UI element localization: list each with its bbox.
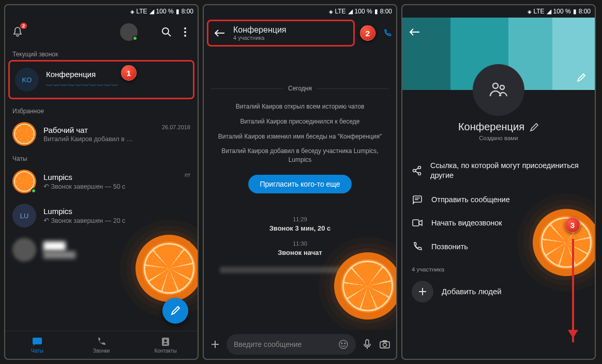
group-avatar[interactable]: [473, 64, 524, 116]
section-current-call: Текущий звонок: [5, 47, 198, 60]
day-separator: Сегодня: [211, 85, 389, 92]
add-people-label: Добавить людей: [442, 287, 502, 296]
menu-label: Отправить сообщение: [431, 195, 510, 204]
lte-label: LTE: [136, 8, 147, 15]
clock: 8:00: [182, 8, 193, 15]
menu-label: Начать видеозвонок: [431, 219, 502, 227]
share-icon: [412, 165, 422, 176]
current-call-row[interactable]: KO Конференция 〰〰〰〰〰〰〰〰〰〰: [8, 60, 194, 99]
notifications-badge: 2: [20, 23, 27, 29]
blurred-message: [220, 267, 380, 273]
phone-icon: [412, 241, 423, 252]
section-favorites: Избранное: [5, 103, 198, 117]
message-input[interactable]: Введите сообщение: [227, 334, 356, 355]
svg-rect-18: [413, 196, 422, 202]
chat-row-blurred[interactable]: ████ ███████ 8: [5, 233, 198, 267]
search-button[interactable]: [160, 26, 173, 38]
menu-call[interactable]: Позвонить: [402, 234, 595, 259]
compose-fab[interactable]: [162, 298, 188, 324]
nav-chats[interactable]: Чаты: [5, 331, 69, 359]
edit-title-button[interactable]: [530, 123, 539, 132]
add-people-row[interactable]: Добавить людей: [402, 277, 595, 310]
screen-chats-list: ◈ LTE ◢ 100 % ▮ 8:00 2 1 Текущий звонок …: [4, 4, 199, 360]
wifi-icon: ◈: [329, 9, 333, 14]
back-button[interactable]: [409, 26, 421, 38]
svg-point-8: [341, 343, 342, 344]
section-chats: Чаты: [5, 151, 198, 164]
screen-conference-profile: ◈ LTE ◢ 100 % ▮ 8:00 Конференция Создано…: [401, 4, 596, 360]
timestamp: 11:29: [293, 216, 307, 222]
system-message: Виталий Каиров присоединился к беседе: [240, 117, 360, 126]
profile-subtitle: Создано вами: [479, 135, 518, 141]
system-message: Виталий Каиров открыл всем историю чатов: [236, 102, 365, 111]
call-button[interactable]: [383, 27, 395, 39]
chat-row[interactable]: LU Lumpics ↶ Звонок завершен — 20 с: [5, 199, 198, 233]
cover-image: [402, 18, 595, 90]
mic-button[interactable]: [361, 338, 373, 351]
svg-point-9: [344, 343, 345, 344]
tutorial-marker-3: 3: [565, 217, 580, 233]
chat-time: пт: [185, 172, 190, 178]
message-icon: [412, 195, 423, 204]
call-event: Звонок начат: [278, 249, 322, 256]
svg-point-2: [184, 31, 186, 33]
message-placeholder: Введите сообщение: [234, 340, 302, 348]
tutorial-marker-1: 1: [121, 65, 137, 81]
chat-name-blurred: ████: [43, 241, 180, 250]
battery-icon: ▮: [176, 8, 179, 15]
add-attachment-button[interactable]: [209, 338, 221, 351]
tutorial-marker-2: 2: [360, 25, 375, 41]
chat-preview-blurred: ███████: [43, 251, 180, 259]
svg-point-0: [162, 28, 169, 34]
plus-circle-icon: [412, 281, 433, 302]
timestamp: 11:30: [293, 240, 307, 247]
svg-point-7: [339, 340, 348, 348]
menu-send-message[interactable]: Отправить сообщение: [402, 188, 595, 211]
status-bar: ◈ LTE ◢ 100 % ▮ 8:00: [402, 5, 595, 18]
chat-time: 26.07.2018: [162, 124, 190, 130]
avatar-orange-icon: [12, 170, 36, 193]
avatar-orange-icon: [12, 122, 36, 146]
svg-point-14: [500, 85, 504, 89]
chat-name: Lumpics: [43, 173, 177, 181]
system-message: Виталий Каиров изменил имя беседы на "Ко…: [218, 132, 382, 141]
svg-rect-19: [413, 220, 419, 226]
tutorial-arrow-icon: [572, 239, 574, 342]
top-bar: 2: [5, 18, 198, 47]
overflow-menu-button[interactable]: [179, 26, 191, 38]
battery-icon: ▮: [374, 8, 378, 15]
bottom-nav: Чаты Звонки Контакты: [5, 331, 198, 359]
audio-wave-icon: 〰〰〰〰〰〰〰〰〰〰: [46, 82, 188, 89]
chat-row-fav[interactable]: Рабочий чат Виталий Каиров добавил в … 2…: [5, 117, 198, 151]
menu-share-link[interactable]: Ссылка, по которой могут присоединиться …: [402, 154, 595, 188]
wifi-icon: ◈: [528, 9, 531, 14]
wifi-icon: ◈: [130, 9, 134, 14]
nav-calls[interactable]: Звонки: [69, 331, 133, 359]
chat-header-highlighted[interactable]: Конференция 4 участника: [207, 20, 355, 47]
emoji-icon[interactable]: [338, 339, 349, 350]
chat-name: Lumpics: [43, 207, 190, 216]
menu-label: Ссылка, по которой могут присоединиться …: [430, 161, 585, 180]
status-bar: ◈ LTE ◢ 100 % ▮ 8:00: [204, 5, 396, 18]
notifications-button[interactable]: 2: [11, 26, 24, 38]
profile-body: Конференция Создано вами Ссылка, по кото…: [402, 90, 595, 310]
signal-icon: ◢: [547, 8, 551, 15]
battery-icon: ▮: [573, 8, 577, 15]
camera-button[interactable]: [379, 338, 391, 351]
conference-title: Конференция: [46, 70, 188, 79]
back-button[interactable]: [214, 27, 226, 39]
participants-count: 4 участника: [402, 259, 454, 277]
chat-row[interactable]: Lumpics ↶ Звонок завершен — 50 с пт: [5, 164, 198, 199]
edit-cover-button[interactable]: [575, 71, 588, 84]
profile-avatar[interactable]: [120, 23, 138, 41]
presence-dot: [132, 36, 138, 41]
svg-rect-4: [33, 338, 42, 344]
nav-label: Звонки: [93, 348, 110, 354]
video-icon: [412, 219, 423, 227]
chat-body[interactable]: Сегодня Виталий Каиров открыл всем истор…: [204, 49, 396, 330]
menu-label: Позвонить: [431, 242, 468, 251]
call-event: Звонок 3 мин, 20 с: [269, 224, 331, 232]
nav-label: Контакты: [154, 348, 176, 354]
nav-contacts[interactable]: Контакты: [133, 331, 198, 359]
invite-button[interactable]: Пригласить кого-то еще: [248, 175, 351, 193]
